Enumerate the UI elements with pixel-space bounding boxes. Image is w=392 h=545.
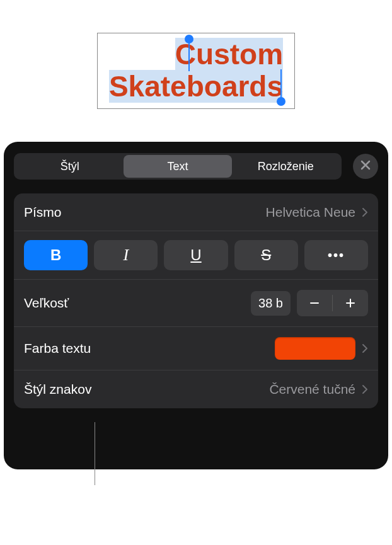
text-color-row[interactable]: Farba textu: [14, 327, 378, 370]
character-style-value: Červené tučné: [269, 382, 355, 397]
size-decrease-button[interactable]: [297, 290, 332, 316]
italic-icon: I: [123, 246, 129, 265]
close-icon: [360, 160, 371, 173]
italic-button[interactable]: I: [94, 240, 158, 270]
size-label: Veľkosť: [24, 295, 251, 311]
strikethrough-icon: S: [261, 246, 271, 264]
font-value: Helvetica Neue: [266, 205, 355, 220]
document-canvas: Custom Skateboards: [0, 0, 392, 142]
size-stepper: [297, 290, 368, 316]
text-color-label: Farba textu: [24, 341, 275, 356]
text-line-2[interactable]: Skateboards: [109, 70, 283, 103]
size-value[interactable]: 38 b: [251, 291, 291, 316]
underline-icon: U: [190, 246, 201, 264]
bold-icon: B: [50, 246, 61, 264]
panel-tabs: Štýl Text Rozloženie: [14, 153, 342, 180]
more-icon: •••: [328, 248, 345, 263]
callout-line: [95, 422, 95, 485]
close-panel-button[interactable]: [353, 154, 378, 179]
underline-button[interactable]: U: [164, 240, 228, 270]
format-panel: Štýl Text Rozloženie Písmo Helvetica Neu…: [4, 142, 388, 469]
chevron-right-icon: [362, 343, 368, 353]
selection-handle-end[interactable]: [277, 97, 285, 106]
strikethrough-button[interactable]: S: [234, 240, 298, 270]
text-color-swatch[interactable]: [275, 337, 355, 360]
panel-header: Štýl Text Rozloženie: [4, 153, 388, 180]
selected-text-box[interactable]: Custom Skateboards: [97, 33, 295, 109]
more-styles-button[interactable]: •••: [304, 240, 368, 270]
size-increase-button[interactable]: [333, 290, 368, 316]
tab-style[interactable]: Štýl: [16, 155, 124, 178]
font-label: Písmo: [24, 205, 266, 220]
font-row[interactable]: Písmo Helvetica Neue: [14, 193, 378, 231]
bold-button[interactable]: B: [24, 240, 88, 270]
text-format-list: Písmo Helvetica Neue B I U S ••• Veľkosť…: [14, 193, 378, 408]
minus-icon: [309, 294, 320, 313]
character-style-label: Štýl znakov: [24, 382, 269, 397]
chevron-right-icon: [362, 207, 368, 217]
size-controls: 38 b: [251, 290, 368, 316]
tab-text[interactable]: Text: [124, 155, 231, 178]
character-style-row[interactable]: Štýl znakov Červené tučné: [14, 370, 378, 408]
chevron-right-icon: [362, 384, 368, 394]
plus-icon: [345, 294, 356, 313]
size-row: Veľkosť 38 b: [14, 280, 378, 327]
selection-handle-start[interactable]: [185, 35, 193, 43]
text-style-buttons: B I U S •••: [14, 231, 378, 280]
tab-layout[interactable]: Rozloženie: [232, 155, 340, 178]
